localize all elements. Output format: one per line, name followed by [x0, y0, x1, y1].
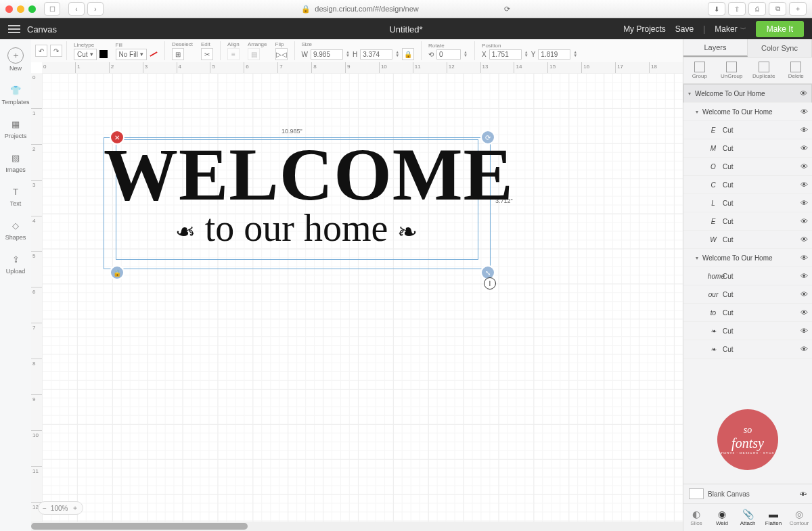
- act-slice[interactable]: ◐Slice: [683, 504, 709, 531]
- redo-button[interactable]: ↷: [50, 45, 62, 57]
- act-duplicate[interactable]: Duplicate: [748, 57, 780, 83]
- act-weld[interactable]: ◉Weld: [709, 504, 735, 531]
- eye-icon[interactable]: 👁: [800, 327, 808, 335]
- layer-row[interactable]: toCut👁: [683, 304, 812, 322]
- eye-icon[interactable]: 👁: [800, 235, 808, 244]
- eye-icon[interactable]: 👁: [800, 144, 808, 152]
- eye-icon[interactable]: 👁: [800, 254, 808, 262]
- eye-icon[interactable]: 👁: [800, 108, 808, 116]
- tool-shapes[interactable]: ◇Shapes: [5, 218, 26, 241]
- traffic-close[interactable]: [5, 5, 13, 13]
- layer-row[interactable]: ▾Welcome To Our Home👁: [683, 84, 812, 103]
- tool-new[interactable]: ＋New: [7, 47, 24, 72]
- eye-icon[interactable]: 👁: [800, 162, 808, 170]
- tabs-icon[interactable]: ⧉: [769, 2, 786, 16]
- act-attach[interactable]: 📎Attach: [735, 504, 761, 531]
- canvas[interactable]: 0123456789101112131415161718 01234567891…: [31, 62, 683, 531]
- edit-button[interactable]: ✂: [201, 48, 213, 60]
- layer-row[interactable]: ECut👁: [683, 212, 812, 231]
- tab-layers[interactable]: Layers: [683, 39, 748, 57]
- tool-projects[interactable]: ▦Projects: [5, 116, 27, 139]
- eye-icon[interactable]: 👁: [800, 217, 808, 225]
- layer-row[interactable]: ▾Welcome To Our Home👁: [683, 249, 812, 267]
- nav-forward-icon[interactable]: ›: [87, 2, 104, 16]
- deselect-button[interactable]: ⊞: [172, 48, 184, 60]
- arrange-button[interactable]: ▤: [248, 48, 260, 60]
- eye-icon[interactable]: 👁: [800, 308, 808, 317]
- act-flatten[interactable]: ▬Flatten: [761, 504, 786, 531]
- scrollbar-h[interactable]: [31, 522, 683, 531]
- download-icon[interactable]: ⬇: [708, 2, 725, 16]
- y-input[interactable]: 1.819: [538, 49, 570, 60]
- expand-icon[interactable]: ▾: [696, 255, 698, 261]
- width-input[interactable]: 9.985: [311, 49, 343, 60]
- layer-row[interactable]: ▾Welcome To Our Home👁: [683, 103, 812, 121]
- x-input[interactable]: 1.751: [489, 49, 522, 60]
- eye-icon[interactable]: 👁: [800, 290, 808, 298]
- tool-templates[interactable]: 👕Templates: [1, 83, 29, 106]
- linetype-select[interactable]: Cut ▾: [74, 49, 97, 60]
- zoom-out-icon[interactable]: −: [43, 505, 47, 512]
- traffic-min[interactable]: [17, 5, 24, 13]
- layer-row[interactable]: CCut👁: [683, 176, 812, 194]
- eye-off-icon[interactable]: 👁: [800, 490, 807, 498]
- lock-aspect-icon[interactable]: 🔒: [402, 48, 414, 60]
- layer-row[interactable]: MCut👁: [683, 139, 812, 158]
- height-input[interactable]: 3.374: [360, 49, 392, 60]
- tool-images[interactable]: ▧Images: [5, 150, 26, 173]
- layer-name: Cut: [723, 145, 734, 152]
- print-icon[interactable]: ⎙: [748, 2, 766, 16]
- eye-icon[interactable]: 👁: [800, 89, 807, 97]
- my-projects-link[interactable]: My Projects: [623, 24, 666, 34]
- layer-row[interactable]: OCut👁: [683, 158, 812, 176]
- layer-row[interactable]: homeCut👁: [683, 267, 812, 285]
- eye-icon[interactable]: 👁: [800, 345, 808, 353]
- expand-icon[interactable]: ▾: [696, 109, 698, 115]
- layer-name: Welcome To Our Home: [702, 254, 773, 262]
- layer-row[interactable]: ourCut👁: [683, 285, 812, 304]
- make-it-button[interactable]: Make It: [756, 21, 804, 37]
- layer-row[interactable]: ❧Cut👁: [683, 340, 812, 359]
- eye-icon[interactable]: 👁: [800, 126, 808, 134]
- act-ungroup[interactable]: UnGroup: [716, 57, 748, 83]
- undo-button[interactable]: ↶: [35, 45, 47, 57]
- blank-canvas-row[interactable]: Blank Canvas 👁: [683, 484, 812, 503]
- act-group[interactable]: Group: [683, 57, 716, 83]
- artwork[interactable]: WELCOME ❧ to our home ❧: [104, 137, 489, 268]
- tool-upload[interactable]: ⇪Upload: [6, 252, 26, 275]
- layer-row[interactable]: LCut👁: [683, 194, 812, 212]
- traffic-max[interactable]: [28, 5, 36, 13]
- canvas-swatch[interactable]: [689, 488, 704, 499]
- divider: [421, 41, 422, 60]
- url-text: design.cricut.com/#/design/new: [315, 5, 418, 13]
- eye-icon[interactable]: 👁: [800, 199, 808, 207]
- reload-icon[interactable]: ⟳: [504, 5, 510, 14]
- zoom-control[interactable]: − 100% ＋: [38, 501, 83, 515]
- expand-icon[interactable]: ▾: [688, 91, 691, 97]
- tool-text[interactable]: TText: [8, 184, 23, 207]
- nav-back-icon[interactable]: ‹: [68, 2, 85, 16]
- layer-row[interactable]: ECut👁: [683, 121, 812, 139]
- tab-color-sync[interactable]: Color Sync: [748, 39, 812, 57]
- h-label: H: [353, 51, 357, 58]
- align-button[interactable]: ≡: [227, 48, 240, 60]
- act-contour[interactable]: ◎Contour: [786, 504, 812, 531]
- eye-icon[interactable]: 👁: [800, 181, 808, 189]
- fill-select[interactable]: No Fill ▾: [116, 49, 147, 60]
- act-delete[interactable]: Delete: [780, 57, 813, 83]
- add-tab-icon[interactable]: ＋: [789, 2, 807, 16]
- scroll-thumb[interactable]: [31, 523, 248, 530]
- machine-select[interactable]: Maker ﹀: [715, 24, 746, 34]
- layer-row[interactable]: WCut👁: [683, 231, 812, 249]
- rotate-input[interactable]: 0: [436, 49, 461, 60]
- menu-icon[interactable]: [8, 25, 20, 33]
- share-icon[interactable]: ⇧: [728, 2, 746, 16]
- save-link[interactable]: Save: [675, 24, 694, 34]
- zoom-in-icon[interactable]: ＋: [72, 503, 78, 513]
- text-cursor-icon[interactable]: I: [484, 277, 496, 290]
- color-swatch[interactable]: [99, 50, 108, 58]
- flip-button[interactable]: ▷◁: [275, 48, 288, 60]
- eye-icon[interactable]: 👁: [800, 272, 808, 280]
- layer-row[interactable]: ❧Cut👁: [683, 322, 812, 340]
- sidebar-toggle-icon[interactable]: ☐: [44, 2, 60, 16]
